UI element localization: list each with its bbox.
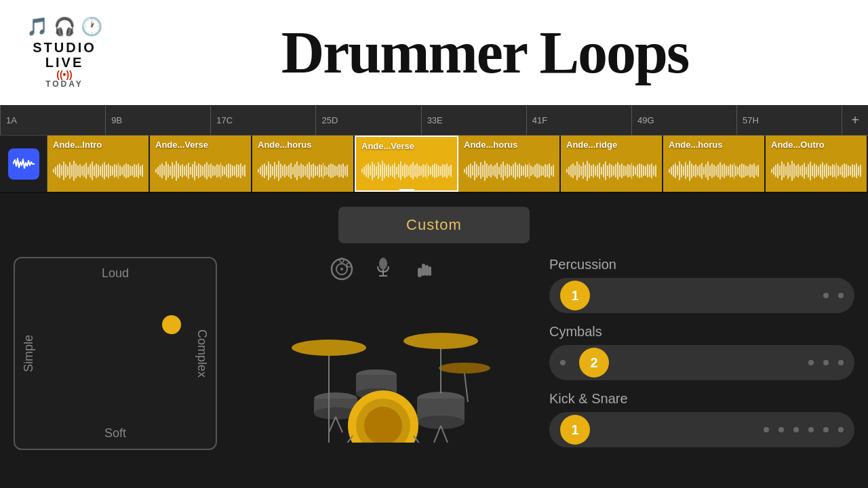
waveform-bar (57, 165, 58, 177)
segment-name-7: Ande...Outro (771, 140, 861, 150)
waveform-bar (422, 164, 424, 178)
timeline-marker-33e: 33E (421, 105, 526, 135)
track-segment-3[interactable]: Ande...Verse (355, 136, 458, 192)
waveform-bar (585, 165, 586, 177)
waveform-bar (785, 166, 787, 176)
microphone-icon[interactable] (371, 257, 395, 287)
waveform-bar (683, 166, 684, 176)
cymbals-value: 2 (579, 348, 609, 378)
svg-point-14 (439, 363, 490, 373)
waveform-bar (165, 161, 167, 180)
waveform-bar (854, 165, 855, 177)
waveform-bar (502, 161, 504, 180)
waveform-bar (240, 163, 241, 178)
track-segment-6[interactable]: Ande...horus (663, 136, 766, 192)
waveform-bar (568, 167, 570, 175)
waveform-bar (607, 165, 608, 176)
track-segment-2[interactable]: Ande...horus (252, 136, 355, 192)
waveform-bar (414, 165, 416, 177)
waveform-bar (500, 164, 502, 178)
tambourine-icon[interactable] (330, 257, 354, 287)
waveform-bar (472, 165, 473, 176)
timeline: 1A9B17C25D33E41F49G57H + (0, 105, 868, 136)
waveform-bar (482, 165, 484, 177)
track-segment-7[interactable]: Ande...Outro (766, 136, 868, 192)
waveform-bar (184, 166, 185, 176)
cymbals-slider[interactable]: 2 (549, 345, 854, 380)
waveform-bar (570, 165, 572, 177)
waveform-bar (268, 161, 269, 180)
waveform-bar (791, 161, 793, 181)
waveform-bar (669, 169, 670, 173)
custom-button[interactable]: Custom (338, 207, 530, 243)
waveform-bar (292, 167, 294, 175)
waveform-bar (87, 167, 89, 175)
waveform-bar (713, 165, 715, 177)
waveform-bar (747, 166, 749, 176)
waveform-bar (587, 161, 588, 181)
waveform-bar (155, 169, 157, 173)
ks-dot-1 (764, 427, 769, 432)
waveform-bar (574, 165, 576, 176)
waveform-bar (653, 166, 654, 176)
waveform-bar (542, 166, 544, 176)
waveform-bar (826, 163, 827, 178)
track-segment-1[interactable]: Ande...Verse (150, 136, 252, 192)
waveform-bar (167, 164, 169, 178)
waveform-bar (100, 166, 101, 176)
percussion-slider[interactable]: 1 (549, 278, 854, 313)
svg-rect-8 (418, 268, 422, 277)
waveform-bar (613, 166, 614, 176)
waveform-bar (234, 166, 235, 176)
waveform-bar (224, 167, 225, 175)
waveform-bar (494, 165, 496, 177)
track-segment-0[interactable]: Ande...Intro (47, 136, 150, 192)
waveform-bar (595, 166, 596, 176)
waveform-bar (645, 166, 646, 176)
track-segment-5[interactable]: Ande...ridge (561, 136, 663, 192)
waveform-bar (284, 164, 285, 178)
waveform-bar (404, 163, 406, 178)
waveform-bar (142, 165, 143, 177)
waveform-bar (176, 161, 177, 181)
track-segment-4[interactable]: Ande...horus (458, 136, 561, 192)
waveform-bar (418, 165, 420, 176)
waveform-bar (161, 163, 163, 178)
waveform-bar (820, 164, 821, 178)
waveform-bar (444, 165, 446, 177)
hand-icon[interactable] (412, 257, 437, 287)
panel-simple-label: Simple (22, 272, 36, 435)
add-segment-button[interactable]: + (842, 105, 868, 135)
waveform-bar (428, 165, 429, 176)
live-label: LIVE (33, 55, 96, 70)
waveform-bar (190, 167, 191, 175)
waveform-bar (679, 161, 680, 180)
waveform-bar (200, 165, 201, 177)
waveform-bar (163, 165, 165, 176)
waveform-bar (739, 165, 741, 177)
waveform-bar (637, 165, 638, 177)
segment-name-5: Ande...ridge (566, 140, 656, 150)
ks-dot-2 (778, 427, 784, 432)
waveform-bar (260, 167, 261, 175)
waveform-bars-2 (258, 159, 348, 182)
waveform-bar (382, 161, 383, 181)
svg-rect-10 (425, 265, 429, 276)
panel-dot-control[interactable] (162, 315, 181, 334)
kick-snare-slider[interactable]: 1 (549, 412, 854, 447)
svg-point-12 (292, 340, 366, 356)
waveform-bar (238, 165, 239, 177)
waveform-bar (218, 165, 220, 177)
waveform-bar (605, 161, 606, 180)
waveform-bar (699, 165, 701, 177)
waveform-bar (649, 165, 650, 177)
waveform-bar (75, 163, 77, 178)
waveform-bar (837, 165, 839, 176)
waveform-bar (282, 165, 283, 176)
waveform-bar (464, 169, 465, 173)
waveform-bar (793, 163, 795, 178)
cymbals-dots (808, 360, 844, 365)
waveform-bar (771, 169, 772, 173)
waveform-bar (802, 165, 803, 177)
waveform-bar (527, 165, 528, 177)
